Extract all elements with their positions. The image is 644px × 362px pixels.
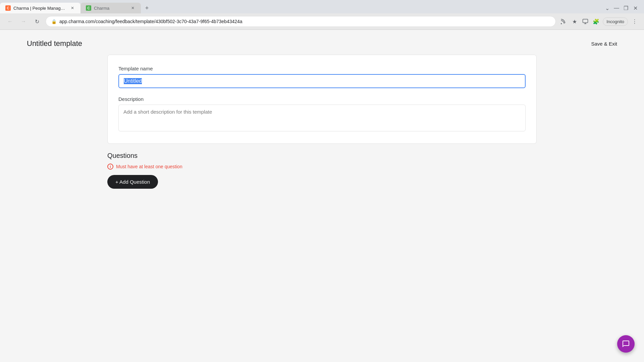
browser-chrome: C Charma | People Management S... ✕ C Ch… [0, 0, 644, 30]
close-window-button[interactable]: ✕ [632, 5, 639, 11]
browser-menu-icon[interactable]: ⋮ [631, 17, 639, 25]
add-question-button[interactable]: + Add Question [107, 175, 158, 189]
tab-charma[interactable]: C Charma ✕ [80, 3, 141, 13]
maximize-button[interactable]: ❐ [623, 5, 629, 11]
template-name-field: Template name [118, 66, 526, 88]
cast-icon[interactable] [560, 17, 568, 25]
back-button[interactable]: ← [5, 17, 15, 26]
validation-message: i Must have at least one question [107, 164, 537, 170]
description-textarea[interactable] [118, 105, 526, 131]
url-text: app.charma.com/coaching/feedback/templat… [59, 19, 243, 24]
address-bar: ← → ↻ 🔒 app.charma.com/coaching/feedback… [0, 13, 644, 29]
template-name-label: Template name [118, 66, 526, 71]
tab-charma-people[interactable]: C Charma | People Management S... ✕ [0, 3, 80, 13]
window-controls: ⌄ — ❐ ✕ [604, 5, 644, 11]
lock-icon: 🔒 [51, 19, 57, 24]
questions-section: Questions i Must have at least one quest… [107, 152, 537, 189]
page-content: Untitled template Save & Exit Template n… [0, 30, 644, 362]
tab-label-2: Charma [94, 6, 127, 11]
svg-rect-1 [583, 19, 588, 23]
chat-icon [622, 340, 630, 348]
questions-title: Questions [107, 152, 537, 160]
template-name-input[interactable] [118, 74, 526, 88]
url-bar-actions: ★ 🧩 Incognito ⋮ [560, 17, 639, 26]
url-bar[interactable]: 🔒 app.charma.com/coaching/feedback/templ… [46, 16, 556, 27]
page-title: Untitled template [27, 39, 82, 48]
chat-widget[interactable] [617, 335, 635, 353]
tab-close-1[interactable]: ✕ [70, 5, 75, 11]
forward-button[interactable]: → [19, 17, 28, 26]
tab-label-1: Charma | People Management S... [13, 6, 67, 11]
description-label: Description [118, 96, 526, 102]
profile-label: Incognito [606, 19, 624, 24]
description-field: Description [118, 96, 526, 133]
tab-bar: C Charma | People Management S... ✕ C Ch… [0, 0, 644, 13]
page-header: Untitled template Save & Exit [0, 30, 644, 55]
form-container: Template name Description [107, 55, 537, 144]
tab-favicon-1: C [5, 5, 11, 11]
info-icon: i [107, 164, 113, 170]
minimize-button[interactable]: — [613, 5, 620, 11]
svg-rect-0 [561, 23, 562, 24]
validation-text: Must have at least one question [116, 164, 182, 169]
tab-list-button[interactable]: ⌄ [604, 5, 610, 11]
reload-button[interactable]: ↻ [32, 17, 42, 26]
add-question-label: + Add Question [115, 179, 150, 185]
tab-search-icon[interactable] [581, 17, 589, 25]
tab-favicon-2: C [86, 5, 91, 11]
tab-close-2[interactable]: ✕ [130, 5, 136, 11]
extensions-icon[interactable]: 🧩 [592, 17, 600, 25]
new-tab-button[interactable]: + [142, 3, 152, 13]
profile-button[interactable]: Incognito [603, 17, 628, 26]
bookmark-icon[interactable]: ★ [571, 17, 579, 25]
save-exit-button[interactable]: Save & Exit [591, 41, 617, 47]
